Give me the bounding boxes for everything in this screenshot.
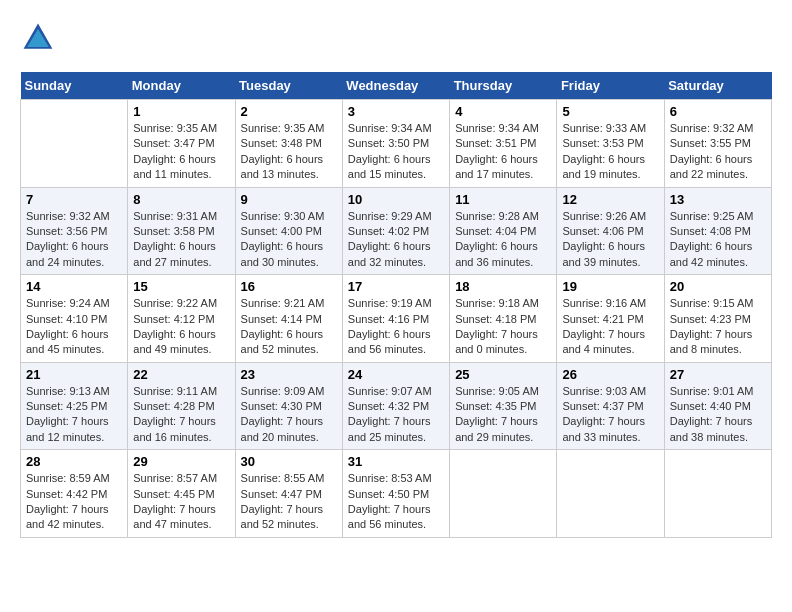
day-info: Sunrise: 9:19 AMSunset: 4:16 PMDaylight:…	[348, 296, 444, 358]
day-info: Sunrise: 9:16 AMSunset: 4:21 PMDaylight:…	[562, 296, 658, 358]
day-info: Sunrise: 9:31 AMSunset: 3:58 PMDaylight:…	[133, 209, 229, 271]
day-number: 23	[241, 367, 337, 382]
calendar-cell: 4Sunrise: 9:34 AMSunset: 3:51 PMDaylight…	[450, 100, 557, 188]
calendar-cell: 25Sunrise: 9:05 AMSunset: 4:35 PMDayligh…	[450, 362, 557, 450]
day-info: Sunrise: 8:53 AMSunset: 4:50 PMDaylight:…	[348, 471, 444, 533]
day-number: 29	[133, 454, 229, 469]
day-info: Sunrise: 9:07 AMSunset: 4:32 PMDaylight:…	[348, 384, 444, 446]
day-number: 2	[241, 104, 337, 119]
day-info: Sunrise: 9:15 AMSunset: 4:23 PMDaylight:…	[670, 296, 766, 358]
day-info: Sunrise: 9:35 AMSunset: 3:47 PMDaylight:…	[133, 121, 229, 183]
calendar-cell: 2Sunrise: 9:35 AMSunset: 3:48 PMDaylight…	[235, 100, 342, 188]
calendar-week-row: 14Sunrise: 9:24 AMSunset: 4:10 PMDayligh…	[21, 275, 772, 363]
calendar-cell: 18Sunrise: 9:18 AMSunset: 4:18 PMDayligh…	[450, 275, 557, 363]
calendar-cell: 23Sunrise: 9:09 AMSunset: 4:30 PMDayligh…	[235, 362, 342, 450]
calendar-cell	[557, 450, 664, 538]
day-number: 27	[670, 367, 766, 382]
day-number: 24	[348, 367, 444, 382]
calendar-cell: 24Sunrise: 9:07 AMSunset: 4:32 PMDayligh…	[342, 362, 449, 450]
day-info: Sunrise: 8:57 AMSunset: 4:45 PMDaylight:…	[133, 471, 229, 533]
day-info: Sunrise: 9:28 AMSunset: 4:04 PMDaylight:…	[455, 209, 551, 271]
weekday-header-wednesday: Wednesday	[342, 72, 449, 100]
calendar-cell: 8Sunrise: 9:31 AMSunset: 3:58 PMDaylight…	[128, 187, 235, 275]
day-number: 30	[241, 454, 337, 469]
calendar-cell: 16Sunrise: 9:21 AMSunset: 4:14 PMDayligh…	[235, 275, 342, 363]
calendar-cell: 15Sunrise: 9:22 AMSunset: 4:12 PMDayligh…	[128, 275, 235, 363]
weekday-header-tuesday: Tuesday	[235, 72, 342, 100]
calendar-cell	[450, 450, 557, 538]
day-info: Sunrise: 9:13 AMSunset: 4:25 PMDaylight:…	[26, 384, 122, 446]
calendar-cell: 9Sunrise: 9:30 AMSunset: 4:00 PMDaylight…	[235, 187, 342, 275]
calendar-cell: 26Sunrise: 9:03 AMSunset: 4:37 PMDayligh…	[557, 362, 664, 450]
weekday-header-monday: Monday	[128, 72, 235, 100]
day-number: 16	[241, 279, 337, 294]
day-info: Sunrise: 9:33 AMSunset: 3:53 PMDaylight:…	[562, 121, 658, 183]
day-number: 15	[133, 279, 229, 294]
calendar-week-row: 28Sunrise: 8:59 AMSunset: 4:42 PMDayligh…	[21, 450, 772, 538]
calendar-cell: 10Sunrise: 9:29 AMSunset: 4:02 PMDayligh…	[342, 187, 449, 275]
day-number: 25	[455, 367, 551, 382]
day-number: 8	[133, 192, 229, 207]
calendar-cell: 1Sunrise: 9:35 AMSunset: 3:47 PMDaylight…	[128, 100, 235, 188]
day-info: Sunrise: 9:09 AMSunset: 4:30 PMDaylight:…	[241, 384, 337, 446]
calendar-cell: 31Sunrise: 8:53 AMSunset: 4:50 PMDayligh…	[342, 450, 449, 538]
day-number: 19	[562, 279, 658, 294]
logo	[20, 20, 60, 56]
calendar-cell: 20Sunrise: 9:15 AMSunset: 4:23 PMDayligh…	[664, 275, 771, 363]
day-number: 4	[455, 104, 551, 119]
day-number: 9	[241, 192, 337, 207]
calendar-cell	[664, 450, 771, 538]
day-number: 31	[348, 454, 444, 469]
calendar-cell: 12Sunrise: 9:26 AMSunset: 4:06 PMDayligh…	[557, 187, 664, 275]
day-info: Sunrise: 9:32 AMSunset: 3:56 PMDaylight:…	[26, 209, 122, 271]
day-info: Sunrise: 9:22 AMSunset: 4:12 PMDaylight:…	[133, 296, 229, 358]
calendar-cell: 5Sunrise: 9:33 AMSunset: 3:53 PMDaylight…	[557, 100, 664, 188]
page-header	[20, 20, 772, 56]
day-info: Sunrise: 9:24 AMSunset: 4:10 PMDaylight:…	[26, 296, 122, 358]
day-number: 28	[26, 454, 122, 469]
day-info: Sunrise: 9:32 AMSunset: 3:55 PMDaylight:…	[670, 121, 766, 183]
calendar-cell: 11Sunrise: 9:28 AMSunset: 4:04 PMDayligh…	[450, 187, 557, 275]
weekday-header-row: SundayMondayTuesdayWednesdayThursdayFrid…	[21, 72, 772, 100]
calendar-cell	[21, 100, 128, 188]
day-number: 7	[26, 192, 122, 207]
calendar-cell: 19Sunrise: 9:16 AMSunset: 4:21 PMDayligh…	[557, 275, 664, 363]
calendar-cell: 3Sunrise: 9:34 AMSunset: 3:50 PMDaylight…	[342, 100, 449, 188]
day-number: 5	[562, 104, 658, 119]
calendar-cell: 29Sunrise: 8:57 AMSunset: 4:45 PMDayligh…	[128, 450, 235, 538]
day-info: Sunrise: 9:01 AMSunset: 4:40 PMDaylight:…	[670, 384, 766, 446]
calendar-cell: 13Sunrise: 9:25 AMSunset: 4:08 PMDayligh…	[664, 187, 771, 275]
day-number: 11	[455, 192, 551, 207]
day-number: 17	[348, 279, 444, 294]
day-number: 12	[562, 192, 658, 207]
day-number: 26	[562, 367, 658, 382]
day-number: 22	[133, 367, 229, 382]
day-info: Sunrise: 9:21 AMSunset: 4:14 PMDaylight:…	[241, 296, 337, 358]
day-number: 21	[26, 367, 122, 382]
day-number: 13	[670, 192, 766, 207]
calendar-cell: 14Sunrise: 9:24 AMSunset: 4:10 PMDayligh…	[21, 275, 128, 363]
day-number: 3	[348, 104, 444, 119]
calendar-cell: 7Sunrise: 9:32 AMSunset: 3:56 PMDaylight…	[21, 187, 128, 275]
calendar-cell: 27Sunrise: 9:01 AMSunset: 4:40 PMDayligh…	[664, 362, 771, 450]
calendar-cell: 28Sunrise: 8:59 AMSunset: 4:42 PMDayligh…	[21, 450, 128, 538]
calendar-week-row: 1Sunrise: 9:35 AMSunset: 3:47 PMDaylight…	[21, 100, 772, 188]
weekday-header-sunday: Sunday	[21, 72, 128, 100]
day-info: Sunrise: 9:03 AMSunset: 4:37 PMDaylight:…	[562, 384, 658, 446]
day-info: Sunrise: 8:59 AMSunset: 4:42 PMDaylight:…	[26, 471, 122, 533]
calendar-table: SundayMondayTuesdayWednesdayThursdayFrid…	[20, 72, 772, 538]
day-info: Sunrise: 9:30 AMSunset: 4:00 PMDaylight:…	[241, 209, 337, 271]
day-info: Sunrise: 9:34 AMSunset: 3:51 PMDaylight:…	[455, 121, 551, 183]
day-number: 10	[348, 192, 444, 207]
calendar-week-row: 7Sunrise: 9:32 AMSunset: 3:56 PMDaylight…	[21, 187, 772, 275]
day-number: 20	[670, 279, 766, 294]
logo-icon	[20, 20, 56, 56]
day-info: Sunrise: 9:35 AMSunset: 3:48 PMDaylight:…	[241, 121, 337, 183]
day-number: 6	[670, 104, 766, 119]
day-number: 18	[455, 279, 551, 294]
calendar-cell: 17Sunrise: 9:19 AMSunset: 4:16 PMDayligh…	[342, 275, 449, 363]
day-number: 1	[133, 104, 229, 119]
weekday-header-saturday: Saturday	[664, 72, 771, 100]
day-info: Sunrise: 9:18 AMSunset: 4:18 PMDaylight:…	[455, 296, 551, 358]
calendar-cell: 21Sunrise: 9:13 AMSunset: 4:25 PMDayligh…	[21, 362, 128, 450]
